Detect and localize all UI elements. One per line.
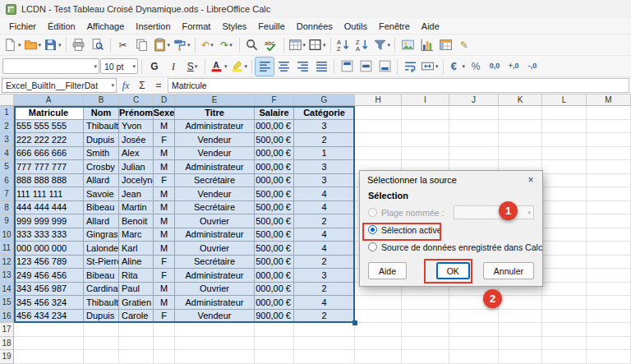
chevron-down-icon[interactable]: ▾ <box>210 42 214 48</box>
radio-option-3[interactable]: Source de données enregistrée dans Calc <box>368 238 534 256</box>
chevron-down-icon[interactable]: ▾ <box>323 42 326 48</box>
cell-D4[interactable]: M <box>154 147 175 161</box>
menu-styles[interactable]: Styles <box>216 21 252 31</box>
menu-affichage[interactable]: Affichage <box>81 21 131 31</box>
undo-button[interactable]: ↶▾ <box>199 36 217 54</box>
cell-K1[interactable] <box>499 106 542 120</box>
autofilter-button[interactable]: ▾ <box>372 36 392 54</box>
cell-H16[interactable] <box>355 310 402 324</box>
cell-G7[interactable]: 4 <box>294 187 355 201</box>
cell-L11[interactable] <box>542 242 587 256</box>
menu-insertion[interactable]: Insertion <box>130 21 176 31</box>
cell-C1[interactable]: Prénom <box>119 106 154 120</box>
cell-E15[interactable]: Administrateur <box>175 296 255 310</box>
cell-F7[interactable]: 31 500,00 € <box>255 187 294 201</box>
cell-L19[interactable] <box>542 350 587 364</box>
cell-E6[interactable]: Secrétaire <box>175 174 255 188</box>
cell-J4[interactable] <box>449 147 499 161</box>
menu-aide[interactable]: Aide <box>416 21 445 31</box>
cell-C4[interactable]: Alex <box>119 147 154 161</box>
cell-D13[interactable]: F <box>154 269 175 283</box>
menu-donnees[interactable]: Données <box>291 21 339 31</box>
cell-C2[interactable]: Yvon <box>119 120 154 134</box>
row-header-16[interactable]: 16 <box>0 310 14 324</box>
cell-E17[interactable] <box>175 323 255 337</box>
cell-G1[interactable]: Catégorie <box>294 106 355 120</box>
new-document-button[interactable]: ▾ <box>2 36 22 54</box>
cell-F13[interactable]: 27 000,00 € <box>255 269 294 283</box>
cell-L6[interactable] <box>542 174 587 188</box>
cell-E16[interactable]: Vendeur <box>175 310 255 324</box>
cell-D16[interactable]: F <box>154 310 175 324</box>
cell-A16[interactable]: 456 434 234 <box>14 310 84 324</box>
column-header-L[interactable]: L <box>542 94 587 106</box>
chevron-down-icon[interactable]: ▾ <box>94 63 97 70</box>
insert-image-button[interactable] <box>398 36 417 54</box>
save-button[interactable]: ▾ <box>43 36 62 54</box>
cell-M17[interactable] <box>587 323 631 337</box>
format-number-button[interactable]: 0,0 <box>486 58 504 76</box>
font-color-button[interactable]: A▾ <box>209 58 228 76</box>
row-header-13[interactable]: 13 <box>0 269 14 283</box>
cell-E12[interactable]: Secrétaire <box>175 256 255 270</box>
menu-feuille[interactable]: Feuille <box>252 21 290 31</box>
cell-M4[interactable] <box>587 147 631 161</box>
row-header-5[interactable]: 5 <box>0 160 14 174</box>
cell-G4[interactable]: 1 <box>294 147 355 161</box>
cell-F19[interactable] <box>255 350 294 364</box>
cell-M14[interactable] <box>587 283 631 297</box>
chevron-down-icon[interactable]: ▾ <box>435 63 439 70</box>
ok-button[interactable]: OK <box>436 262 470 279</box>
cell-A13[interactable]: 249 456 456 <box>14 269 84 283</box>
print-preview-button[interactable] <box>89 36 107 54</box>
function-wizard-button[interactable]: fx <box>118 78 133 93</box>
clone-formatting-button[interactable]: ▾ <box>172 36 191 54</box>
cell-F5[interactable]: 27 000,00 € <box>255 160 294 174</box>
cell-G14[interactable]: 2 <box>294 283 355 297</box>
cell-B17[interactable] <box>84 323 119 337</box>
font-name-combobox[interactable]: ▾ <box>2 58 99 74</box>
cell-L10[interactable] <box>542 228 587 242</box>
column-header-D[interactable]: D <box>154 94 175 106</box>
align-left-button[interactable] <box>256 58 274 76</box>
column-header-C[interactable]: C <box>119 94 154 106</box>
cell-D9[interactable]: M <box>154 214 175 228</box>
cell-F10[interactable]: 40 500,00 € <box>255 228 294 242</box>
cell-A9[interactable]: 999 999 999 <box>14 214 84 228</box>
chevron-down-icon[interactable]: ▾ <box>168 42 171 48</box>
row-header-17[interactable]: 17 <box>0 323 14 337</box>
cell-B11[interactable]: Lalonde <box>84 242 119 256</box>
cell-B5[interactable]: Crosby <box>84 160 119 174</box>
cell-A4[interactable]: 666 666 666 <box>14 147 84 161</box>
cell-A6[interactable]: 888 888 888 <box>14 174 84 188</box>
column-header-B[interactable]: B <box>84 94 119 106</box>
name-box[interactable]: Excel_BuiltIn__FilterDat ▾ <box>2 78 117 93</box>
cell-B14[interactable]: Cardinal <box>84 283 119 297</box>
row-header-11[interactable]: 11 <box>0 242 14 256</box>
chevron-down-icon[interactable]: ▾ <box>58 42 62 48</box>
italic-button[interactable]: I <box>164 58 182 76</box>
cell-F9[interactable]: 22 500,00 € <box>255 214 294 228</box>
cell-M8[interactable] <box>587 201 631 215</box>
cell-M10[interactable] <box>587 228 631 242</box>
chevron-down-icon[interactable]: ▾ <box>18 42 21 48</box>
insert-chart-button[interactable] <box>417 36 435 54</box>
bold-button[interactable]: G <box>145 58 164 76</box>
cell-E3[interactable]: Vendeur <box>175 133 255 147</box>
cell-H15[interactable] <box>355 296 402 310</box>
annuler-button[interactable]: Annuler <box>483 262 534 279</box>
sort-descending-button[interactable]: ZA <box>353 36 371 54</box>
cell-K4[interactable] <box>499 147 542 161</box>
cell-J16[interactable] <box>449 310 499 324</box>
cell-M6[interactable] <box>587 174 631 188</box>
cell-E1[interactable]: Titre <box>175 106 255 120</box>
cell-F2[interactable]: 27 000,00 € <box>255 120 294 134</box>
cell-L1[interactable] <box>542 106 587 120</box>
cell-J18[interactable] <box>449 337 499 351</box>
cell-M12[interactable] <box>587 256 631 270</box>
column-header-F[interactable]: F <box>255 94 294 106</box>
cell-A5[interactable]: 777 777 777 <box>14 160 84 174</box>
cell-D18[interactable] <box>154 337 175 351</box>
cell-K19[interactable] <box>499 350 542 364</box>
column-header-A[interactable]: A <box>14 94 84 106</box>
